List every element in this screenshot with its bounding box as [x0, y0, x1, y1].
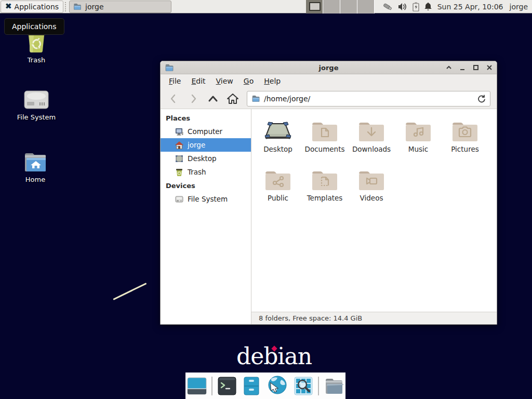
- sidebar-item-jorge[interactable]: jorge: [161, 138, 251, 152]
- desktop-special-icon: [263, 115, 292, 142]
- workspace-1[interactable]: [306, 0, 323, 14]
- battery-icon[interactable]: [413, 2, 419, 11]
- app-finder-icon[interactable]: [294, 376, 313, 396]
- xfce-logo-icon: ✖: [5, 3, 12, 10]
- public-folder-icon: [264, 164, 292, 191]
- home-button[interactable]: [224, 91, 242, 107]
- forward-button[interactable]: [184, 91, 202, 107]
- notifications-bell-icon[interactable]: [424, 2, 432, 11]
- path-input[interactable]: /home/jorge/: [264, 95, 474, 103]
- desktop-icon-file-system[interactable]: File System: [9, 89, 63, 121]
- sidebar-item-label: Desktop: [188, 154, 217, 163]
- sidebar-item-label: Trash: [188, 168, 206, 176]
- file-item-music[interactable]: Music: [395, 115, 442, 164]
- file-label: Desktop: [263, 145, 292, 153]
- applications-menu-label: Applications: [15, 3, 59, 11]
- desktop-icon-home[interactable]: Home: [8, 152, 62, 183]
- file-item-desktop[interactable]: Desktop: [255, 115, 301, 164]
- computer-icon: [175, 128, 183, 136]
- path-folder-icon: [251, 95, 260, 102]
- dock-separator: [211, 377, 212, 395]
- shade-button[interactable]: [446, 64, 452, 71]
- sidebar-item-desktop[interactable]: Desktop: [161, 152, 251, 165]
- file-label: Videos: [360, 194, 383, 202]
- window-titlebar[interactable]: jorge: [161, 61, 497, 74]
- wallpaper-stroke-artifact: [113, 283, 147, 300]
- sidebar-devices-header: Devices: [161, 179, 251, 192]
- applications-tooltip: Applications: [4, 18, 64, 35]
- top-panel: ✖ Applications jorge Sun 25 Apr, 10:06 j: [0, 0, 532, 14]
- sidebar-item-label: Computer: [188, 127, 222, 136]
- menu-help[interactable]: Help: [259, 74, 286, 88]
- taskbar-window-button[interactable]: jorge: [69, 1, 171, 13]
- workspace-2[interactable]: [323, 0, 340, 14]
- panel-username[interactable]: jorge: [510, 3, 528, 11]
- statusbar: 8 folders, Free space: 14.4 GiB: [251, 312, 497, 324]
- file-cabinet-icon[interactable]: [242, 376, 261, 396]
- home-icon: [175, 141, 183, 149]
- home-icon: [227, 93, 239, 104]
- file-label: Music: [408, 145, 428, 153]
- maximize-button[interactable]: [473, 64, 479, 71]
- web-browser-globe-icon[interactable]: [266, 375, 289, 397]
- sidebar-item-label: File System: [188, 195, 228, 203]
- up-button[interactable]: [204, 91, 222, 107]
- sidebar-item-trash[interactable]: Trash: [161, 165, 251, 179]
- desktop-icon-label: Trash: [9, 56, 63, 64]
- sidebar-places-header: Places: [161, 111, 251, 125]
- folder-icon: [73, 3, 82, 10]
- close-button[interactable]: [486, 64, 493, 71]
- workspace-4[interactable]: [357, 0, 375, 14]
- file-label: Templates: [307, 194, 343, 202]
- templates-folder-icon: [311, 164, 339, 191]
- documents-folder-icon: [311, 115, 339, 142]
- reload-icon[interactable]: [477, 95, 486, 103]
- dock-separator: [318, 377, 319, 395]
- applications-menu-button[interactable]: ✖ Applications: [1, 1, 63, 13]
- trash-icon: [175, 168, 183, 176]
- file-label: Downloads: [352, 145, 391, 153]
- forward-chevron-icon: [188, 94, 198, 104]
- directory-menu-folder-icon[interactable]: [324, 376, 344, 396]
- menu-file[interactable]: File: [164, 74, 186, 88]
- workspace-3[interactable]: [340, 0, 357, 14]
- file-item-templates[interactable]: Templates: [301, 164, 348, 213]
- location-bar[interactable]: /home/jorge/: [247, 91, 490, 107]
- menu-go[interactable]: Go: [238, 74, 259, 88]
- sidebar-item-file-system[interactable]: File System: [161, 192, 251, 206]
- toolbar: /home/jorge/: [161, 88, 497, 109]
- minimize-button[interactable]: [459, 64, 466, 71]
- menu-view[interactable]: View: [211, 74, 238, 88]
- workspace-switcher: [306, 0, 375, 14]
- sidebar-item-label: jorge: [188, 141, 205, 149]
- panel-clock[interactable]: Sun 25 Apr, 10:06: [437, 3, 503, 11]
- bottom-dock-panel: [185, 373, 345, 399]
- stylus-icon[interactable]: [382, 2, 393, 11]
- file-manager-window: jorge File Edit View Go Help /home/jorge…: [160, 61, 497, 325]
- debian-wallpaper-logo: debian: [236, 343, 312, 369]
- file-item-downloads[interactable]: Downloads: [348, 115, 395, 164]
- desktop-icon-label: Home: [8, 176, 62, 183]
- taskbar-window-label: jorge: [85, 3, 103, 11]
- file-icon-view[interactable]: Desktop Documents: [251, 109, 497, 312]
- menu-edit[interactable]: Edit: [186, 74, 210, 88]
- file-item-videos[interactable]: Videos: [348, 164, 395, 213]
- terminal-icon[interactable]: [217, 376, 237, 396]
- hard-drive-icon: [9, 89, 63, 111]
- file-item-pictures[interactable]: Pictures: [442, 115, 488, 164]
- workspace-window-preview: [309, 2, 321, 11]
- show-desktop-icon[interactable]: [187, 376, 207, 396]
- menubar: File Edit View Go Help: [161, 74, 497, 88]
- desktop-icon: [175, 155, 183, 163]
- file-label: Pictures: [451, 145, 478, 153]
- sidebar-places: Places Computer jorge Desktop Trash Devi…: [161, 109, 251, 324]
- sidebar-item-computer[interactable]: Computer: [161, 125, 251, 138]
- file-item-documents[interactable]: Documents: [301, 115, 348, 164]
- back-button[interactable]: [165, 91, 182, 107]
- file-item-public[interactable]: Public: [255, 164, 301, 213]
- downloads-folder-icon: [357, 115, 385, 142]
- up-chevron-icon: [207, 94, 219, 104]
- system-tray: [382, 2, 432, 11]
- file-label: Documents: [305, 145, 345, 153]
- volume-icon[interactable]: [398, 3, 408, 11]
